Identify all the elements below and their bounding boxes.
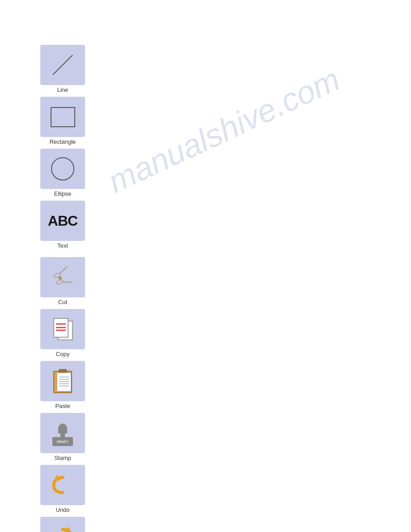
- paste-icon: [51, 368, 75, 394]
- tool-item-stamp: DRAFT Stamp: [40, 413, 85, 461]
- text-button[interactable]: ABC: [40, 201, 85, 241]
- ellipse-button[interactable]: [40, 149, 85, 189]
- copy-icon: [51, 317, 74, 342]
- tool-item-line: Line: [40, 45, 85, 93]
- rectangle-label: Rectangle: [50, 138, 76, 145]
- tool-item-rectangle: Rectangle: [40, 97, 85, 145]
- rectangle-icon: [51, 107, 75, 127]
- redo-icon: [50, 524, 75, 532]
- copy-button[interactable]: [40, 309, 85, 349]
- copy-label: Copy: [56, 351, 69, 357]
- svg-line-4: [63, 279, 73, 285]
- cut-button[interactable]: [40, 257, 85, 297]
- tool-item-redo: Redo: [40, 517, 85, 532]
- ellipse-icon: [51, 157, 74, 180]
- undo-icon: [50, 472, 75, 498]
- tool-item-paste: Paste: [40, 361, 85, 409]
- stamp-label: Stamp: [54, 455, 71, 461]
- rectangle-button[interactable]: [40, 97, 85, 137]
- undo-button[interactable]: [40, 465, 85, 505]
- scissors-icon: [50, 265, 75, 290]
- redo-button[interactable]: [40, 517, 85, 532]
- text-icon: ABC: [48, 213, 77, 229]
- line-label: Line: [57, 86, 68, 93]
- watermark: manualshive.com: [103, 60, 345, 200]
- cut-label: Cut: [58, 299, 67, 305]
- ellipse-label: Ellipse: [54, 190, 71, 197]
- stamp-button[interactable]: DRAFT: [40, 413, 85, 453]
- paste-button[interactable]: [40, 361, 85, 401]
- svg-line-2: [58, 267, 68, 274]
- tool-item-copy: Copy: [40, 309, 85, 357]
- tool-item-text: ABC Text: [40, 201, 85, 249]
- svg-line-0: [53, 55, 73, 75]
- line-icon: [49, 51, 76, 78]
- tool-item-undo: Undo: [40, 465, 85, 513]
- paste-label: Paste: [55, 403, 70, 409]
- tool-item-cut: Cut: [40, 257, 85, 305]
- toolbar: Line Rectangle Ellipse ABC Text: [40, 45, 85, 532]
- tool-item-ellipse: Ellipse: [40, 149, 85, 197]
- stamp-icon: DRAFT: [50, 420, 75, 446]
- text-label: Text: [57, 242, 68, 249]
- line-button[interactable]: [40, 45, 85, 85]
- undo-label: Undo: [56, 506, 69, 513]
